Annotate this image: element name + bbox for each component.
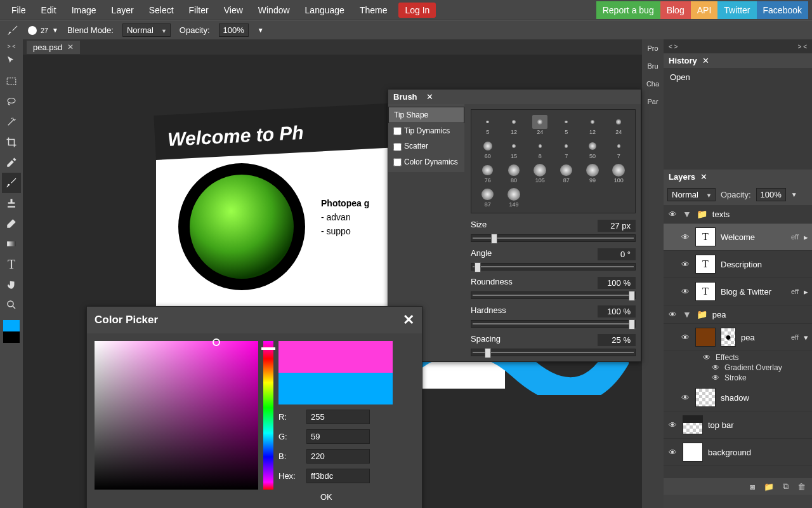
brush-preset[interactable]: 80 — [501, 162, 526, 185]
angle-value[interactable]: 0 ° — [598, 248, 636, 260]
effects-badge[interactable]: eff — [791, 288, 799, 295]
visibility-icon[interactable]: 👁 — [667, 210, 678, 219]
close-icon[interactable]: ✕ — [700, 172, 707, 182]
brush-preset[interactable]: 24 — [606, 114, 631, 137]
layer-row[interactable]: 👁TBlog & Twittereff▸ — [664, 278, 812, 305]
b-input[interactable]: 220 — [306, 449, 370, 464]
brush-presets[interactable]: 51224512246015875077680105879910087149 — [471, 109, 636, 213]
properties-tab[interactable]: Pro — [642, 39, 664, 57]
layers-list[interactable]: 👁▼📁texts 👁TWelcomeeff▸ 👁TDescription 👁TB… — [664, 205, 812, 478]
move-tool-icon[interactable] — [2, 51, 21, 71]
visibility-icon[interactable]: 👁 — [667, 420, 678, 430]
size-value[interactable]: 27 px — [598, 220, 636, 232]
brush-preset[interactable]: 15 — [501, 138, 526, 161]
visibility-icon[interactable]: 👁 — [680, 287, 690, 297]
brush-panel[interactable]: Brush ✕ Tip Shape Tip Dynamics Scatter C… — [388, 89, 641, 362]
visibility-icon[interactable]: 👁 — [680, 260, 690, 269]
chevron-down-icon[interactable]: ▼ — [683, 209, 691, 219]
new-folder-icon[interactable]: 📁 — [764, 482, 774, 491]
delete-layer-icon[interactable]: 🗑 — [797, 482, 806, 491]
layer-thumbnail[interactable] — [683, 415, 703, 434]
scatter-checkbox[interactable] — [393, 143, 402, 151]
sv-cursor[interactable] — [213, 338, 220, 346]
layer-thumbnail[interactable] — [683, 443, 703, 462]
lasso-tool-icon[interactable] — [2, 91, 21, 112]
dropdown-icon[interactable]: ▼ — [791, 191, 797, 198]
mask-thumbnail[interactable]: ● — [721, 328, 736, 347]
login-button[interactable]: Log In — [398, 3, 436, 18]
blend-mode-select[interactable]: Normal — [122, 23, 171, 37]
visibility-icon[interactable]: 👁 — [702, 353, 712, 362]
roundness-value[interactable]: 100 % — [598, 277, 636, 289]
scatter-tab[interactable]: Scatter — [388, 138, 464, 154]
opacity-dropdown-icon[interactable]: ▼ — [258, 27, 264, 34]
wand-tool-icon[interactable] — [2, 112, 21, 132]
brush-preset[interactable]: 12 — [501, 114, 526, 137]
color-dynamics-checkbox[interactable] — [393, 158, 402, 166]
zoom-tool-icon[interactable] — [2, 295, 21, 315]
new-layer-icon[interactable]: ⧉ — [783, 481, 789, 491]
layer-name[interactable]: shadow — [721, 393, 808, 403]
layer-row[interactable]: 👁●peaeff▾ — [664, 324, 812, 351]
layer-name[interactable]: top bar — [708, 420, 808, 430]
g-input[interactable]: 59 — [306, 429, 370, 444]
layer-thumbnail[interactable]: T — [695, 227, 716, 246]
menu-select[interactable]: Select — [141, 1, 181, 19]
layer-group[interactable]: 👁▼📁texts — [664, 205, 812, 224]
menu-view[interactable]: View — [216, 1, 251, 19]
chevron-right-icon[interactable]: ▸ — [804, 287, 808, 297]
brush-preset[interactable]: 100 — [606, 162, 631, 185]
brush-preset[interactable]: 87 — [554, 162, 579, 185]
layer-name[interactable]: background — [708, 448, 808, 457]
brush-preset[interactable]: 105 — [528, 162, 553, 185]
color-picker-panel[interactable]: Color Picker ✕ R:255 G:59 B:220 Hex:ff3b… — [86, 306, 422, 508]
layer-name[interactable]: pea — [741, 333, 786, 342]
chevron-down-icon[interactable]: ▼ — [683, 309, 691, 319]
brush-preset[interactable]: 99 — [580, 162, 605, 185]
visibility-icon[interactable]: 👁 — [667, 310, 678, 319]
brush-preview-dropdown[interactable]: 27▼ — [28, 26, 58, 35]
layer-name[interactable]: pea — [712, 310, 808, 319]
r-input[interactable]: 255 — [306, 410, 370, 424]
layer-group[interactable]: 👁▼📁pea — [664, 305, 812, 324]
character-tab[interactable]: Cha — [642, 75, 664, 93]
menu-window[interactable]: Window — [251, 1, 298, 19]
visibility-icon[interactable]: 👁 — [710, 363, 721, 372]
angle-slider[interactable] — [471, 263, 636, 271]
visibility-icon[interactable]: 👁 — [680, 232, 690, 242]
menu-theme[interactable]: Theme — [352, 1, 395, 19]
brush-preset[interactable]: 60 — [475, 138, 500, 161]
blog-button[interactable]: Blog — [660, 1, 691, 19]
brush-preset[interactable]: 7 — [606, 138, 631, 161]
layer-name[interactable]: Welcome — [721, 232, 786, 242]
layer-blend-select[interactable]: Normal — [667, 188, 716, 201]
roundness-slider[interactable] — [471, 291, 636, 299]
layer-thumbnail[interactable]: T — [695, 282, 716, 301]
opacity-value[interactable]: 100% — [219, 23, 249, 37]
brush-preset[interactable]: 50 — [580, 138, 605, 161]
report-bug-button[interactable]: Report a bug — [596, 1, 660, 19]
tip-dynamics-tab[interactable]: Tip Dynamics — [388, 123, 464, 138]
effect-stroke[interactable]: Stroke — [724, 373, 747, 382]
paragraph-tab[interactable]: Par — [642, 93, 664, 110]
menu-layer[interactable]: Layer — [104, 1, 141, 19]
panel-handle[interactable]: < >> < — [664, 39, 812, 53]
brush-preset[interactable]: 24 — [528, 114, 553, 137]
menu-image[interactable]: Image — [64, 1, 104, 19]
close-icon[interactable]: ✕ — [702, 56, 709, 65]
hand-tool-icon[interactable] — [2, 274, 21, 295]
hardness-slider[interactable] — [471, 320, 636, 328]
layer-thumbnail[interactable] — [695, 388, 716, 407]
menu-language[interactable]: Language — [298, 1, 352, 19]
type-tool-icon[interactable]: T — [2, 254, 21, 274]
brush-tab[interactable]: Bru — [642, 57, 664, 75]
layer-row[interactable]: 👁TDescription — [664, 251, 812, 278]
brush-preset[interactable]: 5 — [554, 114, 579, 137]
layer-name[interactable]: Blog & Twitter — [721, 287, 786, 297]
hex-input[interactable]: ff3bdc — [306, 469, 370, 483]
eyedropper-tool-icon[interactable] — [2, 152, 21, 173]
close-icon[interactable]: ✕ — [426, 92, 433, 102]
visibility-icon[interactable]: 👁 — [710, 373, 721, 382]
twitter-button[interactable]: Twitter — [717, 1, 756, 19]
close-icon[interactable]: ✕ — [403, 312, 414, 328]
